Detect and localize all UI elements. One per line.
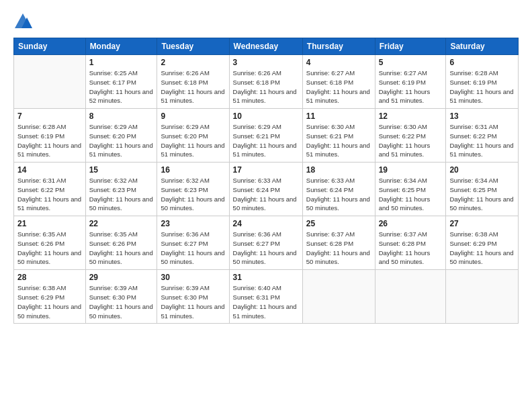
- day-info: Sunrise: 6:34 AM Sunset: 6:25 PM Dayligh…: [379, 176, 443, 213]
- calendar-cell: 27Sunrise: 6:38 AM Sunset: 6:29 PM Dayli…: [446, 216, 519, 270]
- calendar-cell: [14, 55, 86, 109]
- day-number: 3: [233, 58, 299, 67]
- day-info: Sunrise: 6:29 AM Sunset: 6:20 PM Dayligh…: [89, 122, 154, 159]
- calendar-cell: 2Sunrise: 6:26 AM Sunset: 6:18 PM Daylig…: [157, 55, 229, 109]
- calendar-cell: 20Sunrise: 6:34 AM Sunset: 6:25 PM Dayli…: [446, 163, 519, 216]
- day-number: 11: [306, 111, 371, 121]
- calendar-cell: 30Sunrise: 6:39 AM Sunset: 6:30 PM Dayli…: [157, 270, 229, 324]
- day-number: 12: [379, 111, 443, 121]
- calendar-cell: 8Sunrise: 6:29 AM Sunset: 6:20 PM Daylig…: [85, 109, 157, 163]
- calendar-header-sunday: Sunday: [14, 38, 86, 55]
- day-info: Sunrise: 6:35 AM Sunset: 6:26 PM Dayligh…: [89, 230, 154, 267]
- calendar-header-tuesday: Tuesday: [157, 38, 229, 55]
- calendar-cell: 1Sunrise: 6:25 AM Sunset: 6:17 PM Daylig…: [85, 55, 157, 109]
- day-info: Sunrise: 6:37 AM Sunset: 6:28 PM Dayligh…: [379, 230, 443, 267]
- calendar-cell: 9Sunrise: 6:29 AM Sunset: 6:20 PM Daylig…: [157, 109, 229, 163]
- calendar-cell: 29Sunrise: 6:39 AM Sunset: 6:30 PM Dayli…: [85, 270, 157, 324]
- day-number: 13: [449, 111, 515, 121]
- calendar-cell: 3Sunrise: 6:26 AM Sunset: 6:18 PM Daylig…: [229, 55, 302, 109]
- calendar-cell: 17Sunrise: 6:33 AM Sunset: 6:24 PM Dayli…: [229, 163, 302, 216]
- day-number: 28: [17, 273, 82, 282]
- calendar-week-row: 14Sunrise: 6:31 AM Sunset: 6:22 PM Dayli…: [14, 163, 519, 216]
- logo: [13, 12, 35, 31]
- calendar-cell: 18Sunrise: 6:33 AM Sunset: 6:24 PM Dayli…: [302, 163, 375, 216]
- day-number: 7: [17, 111, 82, 121]
- calendar-cell: 10Sunrise: 6:29 AM Sunset: 6:21 PM Dayli…: [229, 109, 302, 163]
- day-info: Sunrise: 6:27 AM Sunset: 6:19 PM Dayligh…: [379, 68, 443, 105]
- day-info: Sunrise: 6:26 AM Sunset: 6:18 PM Dayligh…: [233, 68, 299, 105]
- calendar-cell: 26Sunrise: 6:37 AM Sunset: 6:28 PM Dayli…: [375, 216, 446, 270]
- calendar-cell: 24Sunrise: 6:36 AM Sunset: 6:27 PM Dayli…: [229, 216, 302, 270]
- logo-icon: [13, 12, 32, 31]
- calendar-cell: 16Sunrise: 6:32 AM Sunset: 6:23 PM Dayli…: [157, 163, 229, 216]
- day-info: Sunrise: 6:26 AM Sunset: 6:18 PM Dayligh…: [161, 68, 225, 105]
- day-info: Sunrise: 6:32 AM Sunset: 6:23 PM Dayligh…: [161, 176, 225, 213]
- calendar-cell: 31Sunrise: 6:40 AM Sunset: 6:31 PM Dayli…: [229, 270, 302, 324]
- day-number: 17: [233, 165, 299, 175]
- day-info: Sunrise: 6:31 AM Sunset: 6:22 PM Dayligh…: [449, 122, 515, 159]
- day-number: 24: [233, 219, 299, 228]
- day-number: 19: [379, 165, 443, 175]
- calendar-cell: 5Sunrise: 6:27 AM Sunset: 6:19 PM Daylig…: [375, 55, 446, 109]
- calendar-cell: [375, 270, 446, 324]
- calendar-cell: 15Sunrise: 6:32 AM Sunset: 6:23 PM Dayli…: [85, 163, 157, 216]
- day-number: 8: [89, 111, 154, 121]
- calendar-cell: 21Sunrise: 6:35 AM Sunset: 6:26 PM Dayli…: [14, 216, 86, 270]
- day-number: 25: [306, 219, 371, 228]
- day-number: 18: [306, 165, 371, 175]
- day-info: Sunrise: 6:33 AM Sunset: 6:24 PM Dayligh…: [306, 176, 371, 213]
- day-number: 27: [449, 219, 515, 228]
- day-info: Sunrise: 6:33 AM Sunset: 6:24 PM Dayligh…: [233, 176, 299, 213]
- day-info: Sunrise: 6:27 AM Sunset: 6:18 PM Dayligh…: [306, 68, 371, 105]
- calendar-cell: 4Sunrise: 6:27 AM Sunset: 6:18 PM Daylig…: [302, 55, 375, 109]
- calendar-header-wednesday: Wednesday: [229, 38, 302, 55]
- day-number: 14: [17, 165, 82, 175]
- day-number: 29: [89, 273, 154, 282]
- calendar-week-row: 7Sunrise: 6:28 AM Sunset: 6:19 PM Daylig…: [14, 109, 519, 163]
- day-info: Sunrise: 6:40 AM Sunset: 6:31 PM Dayligh…: [233, 283, 299, 320]
- day-info: Sunrise: 6:39 AM Sunset: 6:30 PM Dayligh…: [161, 283, 225, 320]
- calendar-cell: 28Sunrise: 6:38 AM Sunset: 6:29 PM Dayli…: [14, 270, 86, 324]
- calendar-cell: [302, 270, 375, 324]
- calendar-cell: 14Sunrise: 6:31 AM Sunset: 6:22 PM Dayli…: [14, 163, 86, 216]
- day-info: Sunrise: 6:30 AM Sunset: 6:22 PM Dayligh…: [379, 122, 443, 159]
- day-info: Sunrise: 6:38 AM Sunset: 6:29 PM Dayligh…: [449, 230, 515, 267]
- day-number: 20: [449, 165, 515, 175]
- calendar-cell: 22Sunrise: 6:35 AM Sunset: 6:26 PM Dayli…: [85, 216, 157, 270]
- header: [13, 12, 519, 31]
- page: SundayMondayTuesdayWednesdayThursdayFrid…: [0, 0, 532, 411]
- day-number: 9: [161, 111, 225, 121]
- day-info: Sunrise: 6:37 AM Sunset: 6:28 PM Dayligh…: [306, 230, 371, 267]
- day-number: 30: [161, 273, 225, 282]
- day-info: Sunrise: 6:38 AM Sunset: 6:29 PM Dayligh…: [17, 283, 82, 320]
- calendar-week-row: 1Sunrise: 6:25 AM Sunset: 6:17 PM Daylig…: [14, 55, 519, 109]
- day-number: 6: [449, 58, 515, 67]
- day-number: 26: [379, 219, 443, 228]
- day-info: Sunrise: 6:29 AM Sunset: 6:21 PM Dayligh…: [233, 122, 299, 159]
- calendar-cell: 11Sunrise: 6:30 AM Sunset: 6:21 PM Dayli…: [302, 109, 375, 163]
- day-info: Sunrise: 6:36 AM Sunset: 6:27 PM Dayligh…: [161, 230, 225, 267]
- day-info: Sunrise: 6:34 AM Sunset: 6:25 PM Dayligh…: [449, 176, 515, 213]
- day-number: 23: [161, 219, 225, 228]
- calendar-cell: 13Sunrise: 6:31 AM Sunset: 6:22 PM Dayli…: [446, 109, 519, 163]
- calendar-cell: 6Sunrise: 6:28 AM Sunset: 6:19 PM Daylig…: [446, 55, 519, 109]
- day-info: Sunrise: 6:39 AM Sunset: 6:30 PM Dayligh…: [89, 283, 154, 320]
- day-number: 1: [89, 58, 154, 67]
- day-number: 2: [161, 58, 225, 67]
- calendar-header-thursday: Thursday: [302, 38, 375, 55]
- day-info: Sunrise: 6:36 AM Sunset: 6:27 PM Dayligh…: [233, 230, 299, 267]
- day-number: 31: [233, 273, 299, 282]
- day-number: 15: [89, 165, 154, 175]
- calendar-header-saturday: Saturday: [446, 38, 519, 55]
- calendar-week-row: 28Sunrise: 6:38 AM Sunset: 6:29 PM Dayli…: [14, 270, 519, 324]
- day-number: 4: [306, 58, 371, 67]
- day-info: Sunrise: 6:29 AM Sunset: 6:20 PM Dayligh…: [161, 122, 225, 159]
- day-info: Sunrise: 6:35 AM Sunset: 6:26 PM Dayligh…: [17, 230, 82, 267]
- day-number: 22: [89, 219, 154, 228]
- calendar-table: SundayMondayTuesdayWednesdayThursdayFrid…: [13, 38, 519, 324]
- day-info: Sunrise: 6:25 AM Sunset: 6:17 PM Dayligh…: [89, 68, 154, 105]
- calendar-cell: 7Sunrise: 6:28 AM Sunset: 6:19 PM Daylig…: [14, 109, 86, 163]
- calendar-header-friday: Friday: [375, 38, 446, 55]
- day-number: 21: [17, 219, 82, 228]
- day-number: 5: [379, 58, 443, 67]
